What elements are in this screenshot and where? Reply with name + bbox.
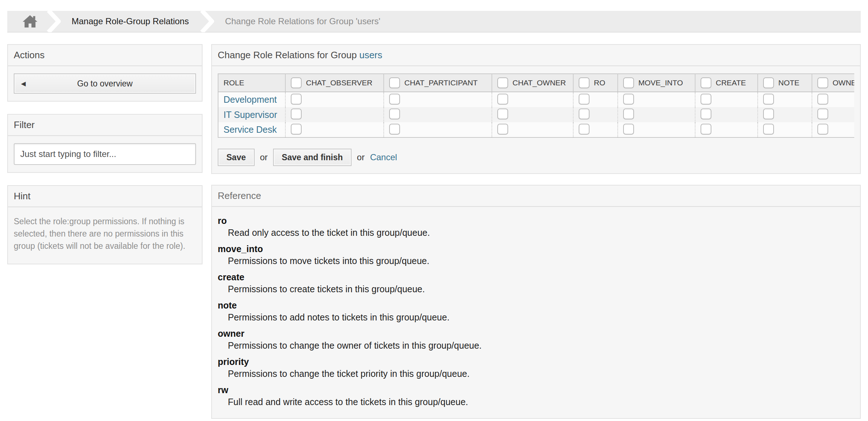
permission-checkbox[interactable]	[817, 109, 828, 119]
role-relations-content: ROLE CHAT_OBSERVER	[212, 66, 860, 173]
reference-desc-note: Permissions to add notes to tickets in t…	[228, 312, 854, 323]
column-label: NOTE	[778, 78, 799, 87]
reference-desc-move-into: Permissions to move tickets into this gr…	[228, 256, 854, 266]
column-label: CHAT_OBSERVER	[306, 78, 373, 87]
reference-term-move-into: move_into	[218, 244, 854, 254]
permission-checkbox[interactable]	[623, 124, 634, 135]
reference-term-ro: ro	[218, 216, 854, 226]
reference-desc-priority: Permissions to change the ticket priorit…	[228, 369, 854, 379]
reference-desc-ro: Read only access to the ticket in this g…	[228, 227, 854, 238]
hint-widget: Hint Select the role:group permissions. …	[7, 185, 203, 264]
permission-checkbox[interactable]	[763, 124, 774, 135]
reference-term-note: note	[218, 300, 854, 311]
filter-widget-content	[8, 136, 202, 172]
table-row-it-supervisor: IT Supervisor	[218, 107, 854, 122]
table-row-development: Development	[218, 92, 854, 107]
select-all-create-checkbox[interactable]	[701, 77, 711, 88]
role-link-development[interactable]: Development	[224, 94, 277, 105]
breadcrumb-item-current: Change Role Relations for Group 'users'	[214, 16, 391, 26]
permission-checkbox[interactable]	[291, 109, 302, 119]
actions-widget-title: Actions	[8, 45, 202, 66]
reference-term-priority: priority	[218, 357, 854, 367]
relations-table: ROLE CHAT_OBSERVER	[218, 73, 854, 138]
hint-widget-title: Hint	[8, 186, 202, 207]
permission-checkbox[interactable]	[497, 124, 508, 135]
page: Manage Role-Group Relations Change Role …	[0, 0, 868, 419]
form-actions-row: Save or Save and finish or Cancel	[218, 149, 854, 166]
permission-checkbox[interactable]	[291, 94, 302, 105]
permission-checkbox[interactable]	[701, 109, 711, 119]
column-header-chat-observer: CHAT_OBSERVER	[285, 74, 384, 92]
reference-term-rw: rw	[218, 385, 854, 395]
column-label: MOVE_INTO	[638, 78, 683, 87]
home-link[interactable]	[7, 14, 46, 28]
select-all-chat-participant-checkbox[interactable]	[389, 77, 400, 88]
reference-widget: Reference ro Read only access to the tic…	[211, 185, 861, 419]
permission-checkbox[interactable]	[817, 94, 828, 105]
permission-checkbox[interactable]	[623, 94, 634, 105]
select-all-note-checkbox[interactable]	[763, 77, 774, 88]
column-label: CHAT_PARTICIPANT	[404, 78, 478, 87]
permission-checkbox[interactable]	[701, 94, 711, 105]
reference-list: ro Read only access to the ticket in thi…	[218, 216, 854, 407]
hint-text: Select the role:group permissions. If no…	[14, 215, 196, 252]
reference-desc-create: Permissions to create tickets in this gr…	[228, 284, 854, 294]
breadcrumb-item-manage-role-group-relations[interactable]: Manage Role-Group Relations	[61, 16, 200, 26]
go-to-overview-label: Go to overview	[77, 79, 132, 88]
save-and-finish-button[interactable]: Save and finish	[273, 149, 352, 166]
breadcrumb: Manage Role-Group Relations Change Role …	[7, 11, 861, 33]
column-header-role: ROLE	[218, 74, 285, 92]
select-all-ro-checkbox[interactable]	[579, 77, 590, 88]
filter-widget-title: Filter	[8, 115, 202, 136]
permission-checkbox[interactable]	[291, 124, 302, 135]
reference-desc-owner: Permissions to change the owner of ticke…	[228, 340, 854, 351]
column-header-move-into: MOVE_INTO	[618, 74, 695, 92]
reference-widget-title: Reference	[212, 186, 860, 207]
select-all-owner-checkbox[interactable]	[817, 77, 828, 88]
chevron-right-icon	[200, 10, 214, 32]
role-link-service-desk[interactable]: Service Desk	[224, 124, 277, 135]
column-header-note: NOTE	[758, 74, 812, 92]
home-icon	[22, 14, 38, 28]
relations-table-clip: ROLE CHAT_OBSERVER	[218, 73, 854, 138]
permission-checkbox[interactable]	[579, 94, 590, 105]
select-all-move-into-checkbox[interactable]	[623, 77, 634, 88]
permission-checkbox[interactable]	[497, 94, 508, 105]
column-header-create: CREATE	[695, 74, 758, 92]
reference-widget-content: ro Read only access to the ticket in thi…	[212, 207, 860, 418]
column-label: OWNER	[833, 78, 854, 87]
column-header-owner: OWNER	[812, 74, 854, 92]
permission-checkbox[interactable]	[817, 124, 828, 135]
sidebar: Actions ◀ Go to overview Filter Hint Sel…	[7, 44, 203, 264]
permission-checkbox[interactable]	[389, 94, 400, 105]
column-header-chat-participant: CHAT_PARTICIPANT	[384, 74, 492, 92]
hint-widget-content: Select the role:group permissions. If no…	[8, 207, 202, 264]
go-to-overview-button[interactable]: ◀ Go to overview	[14, 73, 196, 94]
permission-checkbox[interactable]	[623, 109, 634, 119]
cancel-link[interactable]: Cancel	[370, 152, 397, 162]
permission-checkbox[interactable]	[763, 109, 774, 119]
role-relations-title-text: Change Role Relations for Group	[218, 50, 357, 60]
permission-checkbox[interactable]	[389, 124, 400, 135]
reference-term-create: create	[218, 272, 854, 282]
role-relations-widget: Change Role Relations for Groupusers ROL…	[211, 44, 861, 174]
chevron-right-icon	[46, 10, 61, 32]
group-users-link[interactable]: users	[359, 50, 382, 60]
permission-checkbox[interactable]	[497, 109, 508, 119]
or-text: or	[357, 152, 365, 162]
main-layout: Actions ◀ Go to overview Filter Hint Sel…	[7, 44, 861, 419]
select-all-chat-observer-checkbox[interactable]	[291, 77, 302, 88]
permission-checkbox[interactable]	[763, 94, 774, 105]
role-link-it-supervisor[interactable]: IT Supervisor	[224, 110, 277, 120]
reference-term-owner: owner	[218, 328, 854, 339]
permission-checkbox[interactable]	[389, 109, 400, 119]
table-row-service-desk: Service Desk	[218, 122, 854, 137]
permission-checkbox[interactable]	[579, 124, 590, 135]
select-all-chat-owner-checkbox[interactable]	[497, 77, 508, 88]
column-label: CHAT_OWNER	[512, 78, 566, 87]
filter-input[interactable]	[14, 143, 196, 165]
permission-checkbox[interactable]	[579, 109, 590, 119]
permission-checkbox[interactable]	[701, 124, 711, 135]
left-triangle-icon: ◀	[21, 80, 26, 88]
save-button[interactable]: Save	[218, 149, 255, 166]
